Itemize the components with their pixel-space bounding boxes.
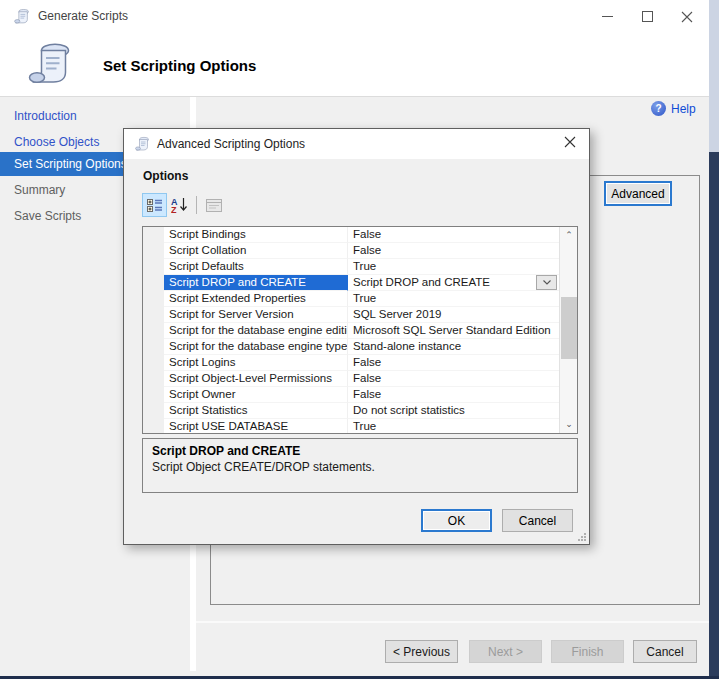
alphabetical-sort-icon[interactable]: A Z	[167, 193, 192, 217]
option-row[interactable]: Script BindingsFalse	[143, 227, 560, 243]
toolbar-separator	[196, 196, 197, 214]
sidebar-item-introduction[interactable]: Introduction	[0, 104, 190, 128]
option-row[interactable]: Script LoginsFalse	[143, 355, 560, 371]
categorized-view-icon[interactable]	[142, 193, 167, 217]
minimize-button[interactable]	[587, 0, 627, 33]
advanced-button[interactable]: Advanced	[604, 181, 672, 206]
maximize-button[interactable]	[627, 0, 667, 33]
option-row[interactable]: Script DefaultsTrue	[143, 259, 560, 275]
dialog-titlebar[interactable]: Advanced Scripting Options	[124, 129, 589, 159]
background-strip-bottom	[709, 152, 719, 679]
scroll-down-icon[interactable]: ⌄	[560, 416, 578, 433]
option-row[interactable]: Script for the database engine editionMi…	[143, 323, 560, 339]
dialog-cancel-button[interactable]: Cancel	[502, 509, 573, 532]
option-description-panel: Script DROP and CREATE Script Object CRE…	[142, 438, 578, 493]
option-row[interactable]: Script USE DATABASETrue	[143, 419, 560, 434]
property-pages-icon	[201, 193, 226, 217]
finish-button: Finish	[551, 640, 624, 663]
option-row[interactable]: Script for the database engine typeStand…	[143, 339, 560, 355]
close-button[interactable]	[667, 0, 707, 33]
dialog-title: Advanced Scripting Options	[157, 129, 305, 159]
page-title: Set Scripting Options	[103, 57, 256, 74]
option-row[interactable]: Script Extended PropertiesTrue	[143, 291, 560, 307]
option-row[interactable]: Script for Server VersionSQL Server 2019	[143, 307, 560, 323]
options-label: Options	[143, 169, 188, 183]
option-row[interactable]: Script OwnerFalse	[143, 387, 560, 403]
previous-button[interactable]: < Previous	[385, 640, 458, 663]
svg-text:Z: Z	[171, 205, 177, 214]
scroll-up-icon[interactable]: ⌃	[560, 227, 578, 244]
footer-separator	[196, 621, 709, 623]
option-row[interactable]: Script StatisticsDo not script statistic…	[143, 403, 560, 419]
advanced-scripting-options-dialog: Advanced Scripting Options Options A	[123, 128, 590, 545]
option-row[interactable]: Script CollationFalse	[143, 243, 560, 259]
help-label: Help	[671, 102, 696, 116]
options-property-grid: Script BindingsFalse Script CollationFal…	[142, 226, 578, 434]
scroll-icon-small	[134, 136, 150, 152]
screen: Generate Scripts Set Scripting Options	[0, 0, 719, 679]
dialog-toolbar: A Z	[142, 193, 226, 217]
grid-vertical-scrollbar[interactable]: ⌃ ⌄	[559, 227, 577, 433]
option-row[interactable]: Script Object-Level PermissionsFalse	[143, 371, 560, 387]
help-icon: ?	[651, 101, 666, 116]
scrollbar-thumb[interactable]	[561, 297, 577, 359]
ok-button[interactable]: OK	[421, 509, 492, 532]
wizard-cancel-button[interactable]: Cancel	[633, 640, 697, 663]
next-button: Next >	[469, 640, 542, 663]
value-dropdown-button[interactable]	[536, 275, 557, 290]
background-strip-top	[709, 0, 719, 152]
description-title: Script DROP and CREATE	[152, 444, 568, 458]
scroll-icon-large	[25, 36, 73, 92]
description-text: Script Object CREATE/DROP statements.	[152, 460, 568, 474]
dialog-close-icon[interactable]	[559, 134, 581, 154]
wizard-header: Generate Scripts Set Scripting Options	[0, 0, 709, 97]
scroll-icon	[13, 8, 30, 25]
help-link[interactable]: ? Help	[651, 101, 696, 116]
option-row-selected[interactable]: Script DROP and CREATE Script DROP and C…	[143, 275, 560, 291]
window-title: Generate Scripts	[38, 0, 128, 33]
resize-grip[interactable]	[577, 532, 586, 541]
